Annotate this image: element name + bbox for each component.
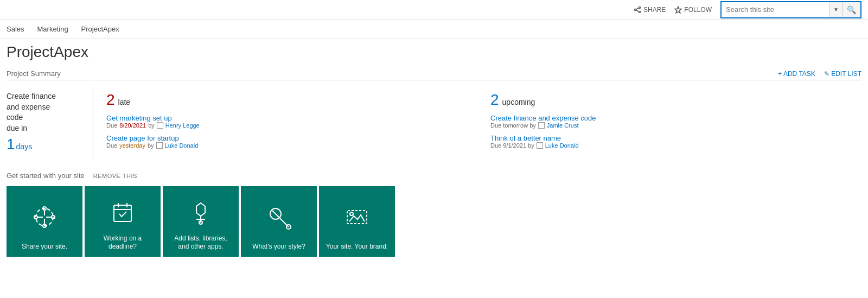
follow-button[interactable]: FOLLOW — [674, 6, 712, 14]
svg-line-4 — [636, 10, 639, 11]
search-dropdown-button[interactable]: ▼ — [829, 2, 842, 17]
tile-share-label: Share your site. — [22, 243, 67, 251]
apps-tile-icon — [187, 199, 215, 227]
project-summary-section: Project Summary + ADD TASK ✎ EDIT LIST — [7, 69, 861, 80]
upcoming-tasks-column: 2 upcoming Create finance and expense co… — [477, 87, 861, 158]
late-task-1-assignee[interactable]: Henry Legge — [165, 122, 200, 129]
svg-point-28 — [350, 212, 353, 215]
share-icon — [634, 6, 641, 14]
late-task-1-meta: Due 8/20/2021 by Henry Legge — [106, 122, 464, 129]
late-task-1: Get marketing set up Due 8/20/2021 by He… — [106, 114, 464, 129]
nav-item-marketing[interactable]: Marketing — [37, 21, 68, 37]
share-label: SHARE — [643, 6, 666, 14]
checkbox-icon-3 — [538, 122, 545, 129]
checkbox-icon-1 — [157, 122, 163, 129]
tile-brand[interactable]: Your site. Your brand. — [319, 186, 395, 257]
svg-marker-19 — [196, 203, 205, 216]
tile-style[interactable]: What's your style? — [241, 186, 317, 257]
nav-bar: Sales Marketing ProjectApex — [0, 20, 868, 39]
tile-deadline-label: Working on a deadline? — [90, 234, 155, 251]
tile-deadline[interactable]: Working on a deadline? — [85, 186, 161, 257]
tile-apps[interactable]: Add lists, libraries, and other apps. — [163, 186, 239, 257]
upcoming-header: 2 upcoming — [490, 91, 848, 109]
top-bar-actions: SHARE FOLLOW ▼ 🔍 — [634, 1, 861, 18]
late-task-2: Create page for startup Due yesterday by… — [106, 134, 464, 149]
project-summary-title: Project Summary — [7, 69, 61, 78]
svg-point-9 — [34, 215, 37, 219]
upcoming-count: 2 — [490, 91, 499, 109]
late-task-1-name[interactable]: Get marketing set up — [106, 114, 464, 122]
search-go-button[interactable]: 🔍 — [842, 2, 860, 17]
due-description: Create finance and expense code due in — [7, 91, 84, 134]
late-task-1-date: 8/20/2021 — [119, 122, 146, 129]
upcoming-task-1-name[interactable]: Create finance and expense code — [490, 114, 848, 122]
upcoming-task-1-assignee[interactable]: Jamie Crust — [547, 122, 579, 129]
late-tasks-column: 2 late Get marketing set up Due 8/20/202… — [93, 87, 477, 158]
upcoming-task-1: Create finance and expense code Due tomo… — [490, 114, 848, 129]
remove-this-button[interactable]: REMOVE THIS — [93, 173, 137, 179]
upcoming-task-2: Think of a better name Due 9/1/2021 by L… — [490, 134, 848, 149]
late-task-2-meta: Due yesterday by Luke Donald — [106, 142, 464, 149]
nav-item-projectapex[interactable]: ProjectApex — [81, 21, 119, 37]
tile-share-icon-area — [12, 192, 77, 243]
upcoming-task-1-meta: Due tomorrow by Jamie Crust — [490, 122, 848, 129]
upcoming-task-2-name[interactable]: Think of a better name — [490, 134, 848, 142]
get-started-header: Get started with your site REMOVE THIS — [7, 172, 861, 180]
checkbox-icon-2 — [156, 142, 163, 149]
nav-item-sales[interactable]: Sales — [7, 21, 24, 37]
tile-apps-label: Add lists, libraries, and other apps. — [168, 234, 233, 251]
tile-brand-label: Your site. Your brand. — [326, 243, 388, 251]
follow-label: FOLLOW — [684, 6, 712, 14]
search-input[interactable] — [722, 5, 829, 14]
task-actions: + ADD TASK ✎ EDIT LIST — [778, 70, 861, 78]
svg-line-3 — [636, 8, 639, 9]
tile-apps-icon-area — [168, 192, 233, 234]
tile-style-icon-area — [246, 192, 311, 243]
late-header: 2 late — [106, 91, 464, 109]
svg-line-26 — [272, 211, 279, 217]
upcoming-label: upcoming — [502, 98, 535, 106]
get-started-title: Get started with your site — [7, 172, 85, 180]
upcoming-task-2-assignee[interactable]: Luke Donald — [545, 142, 579, 149]
checkbox-icon-4 — [537, 142, 543, 149]
summary-due-panel: Create finance and expense code due in 1… — [7, 87, 93, 158]
svg-marker-5 — [675, 7, 681, 13]
share-tile-icon — [30, 203, 59, 231]
tile-style-label: What's your style? — [252, 243, 305, 251]
svg-point-1 — [639, 11, 640, 12]
days-label: days — [16, 142, 33, 151]
upcoming-task-2-meta: Due 9/1/2021 by Luke Donald — [490, 142, 848, 149]
share-button[interactable]: SHARE — [634, 6, 666, 14]
tiles-row: Share your site. Working on a deadline? — [7, 186, 861, 257]
add-task-button[interactable]: + ADD TASK — [778, 70, 815, 78]
late-task-2-assignee[interactable]: Luke Donald — [165, 142, 199, 149]
brand-tile-icon — [343, 203, 371, 231]
tile-share[interactable]: Share your site. — [7, 186, 82, 257]
tile-brand-icon-area — [324, 192, 390, 243]
star-icon — [674, 6, 682, 14]
main-content: Project Summary + ADD TASK ✎ EDIT LIST C… — [0, 63, 868, 257]
late-count: 2 — [106, 91, 115, 109]
svg-rect-15 — [114, 205, 131, 221]
late-task-2-name[interactable]: Create page for startup — [106, 134, 464, 142]
late-task-2-date: yesterday — [119, 142, 145, 149]
style-tile-icon — [265, 203, 293, 231]
project-summary-panel: Create finance and expense code due in 1… — [7, 87, 861, 158]
search-box: ▼ 🔍 — [720, 1, 861, 18]
deadline-tile-icon — [108, 199, 137, 227]
top-bar: SHARE FOLLOW ▼ 🔍 — [0, 0, 868, 20]
page-title: ProjectApex — [0, 39, 868, 63]
late-label: late — [118, 98, 131, 106]
svg-point-2 — [634, 9, 636, 10]
edit-list-button[interactable]: ✎ EDIT LIST — [824, 70, 861, 78]
tile-deadline-icon-area — [90, 192, 155, 234]
svg-point-0 — [639, 7, 640, 8]
days-count: 1 — [7, 136, 15, 153]
